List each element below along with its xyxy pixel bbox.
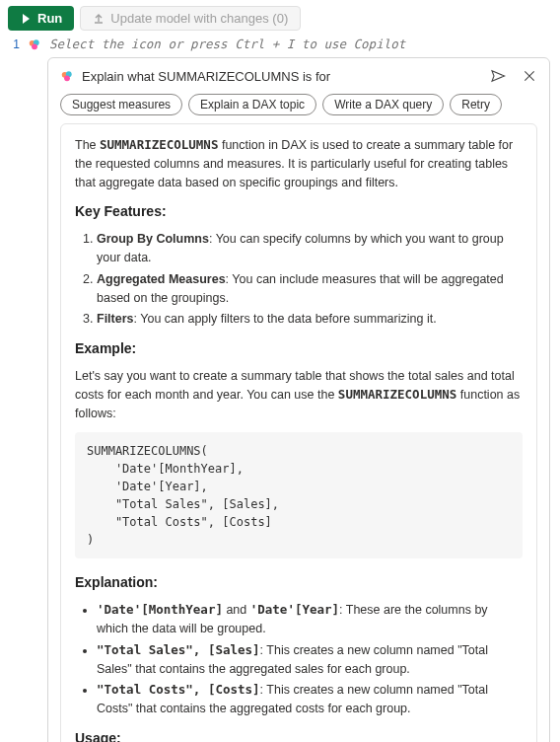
copilot-panel: Suggest measures Explain a DAX topic Wri… (47, 57, 550, 742)
chip-write-dax-query[interactable]: Write a DAX query (322, 94, 444, 115)
explanation-list: 'Date'[MonthYear] and 'Date'[Year]: Thes… (75, 601, 523, 718)
list-item: Aggregated Measures: You can include mea… (97, 270, 523, 308)
close-icon[interactable] (522, 68, 537, 84)
play-icon (20, 13, 32, 25)
example-heading: Example: (75, 338, 523, 359)
list-item: "Total Costs", [Costs]: This creates a n… (97, 681, 523, 718)
list-item: Group By Columns: You can specify column… (97, 230, 523, 267)
update-label: Update model with changes (0) (110, 11, 288, 26)
svg-point-2 (32, 43, 37, 49)
send-icon[interactable] (490, 68, 506, 84)
list-item: 'Date'[MonthYear] and 'Date'[Year]: Thes… (97, 601, 523, 638)
chip-suggest-measures[interactable]: Suggest measures (60, 94, 182, 115)
intro-paragraph: The SUMMARIZECOLUMNS function in DAX is … (75, 136, 523, 191)
query-input[interactable] (82, 69, 482, 84)
line-number: 1 (10, 37, 20, 51)
usage-heading: Usage: (75, 728, 523, 742)
func-name: SUMMARIZECOLUMNS (338, 387, 456, 402)
copilot-input[interactable] (49, 37, 550, 51)
chip-explain-dax-topic[interactable]: Explain a DAX topic (188, 94, 316, 115)
suggestion-chips: Suggest measures Explain a DAX topic Wri… (60, 94, 537, 115)
func-name: SUMMARIZECOLUMNS (100, 137, 218, 152)
list-item: Filters: You can apply filters to the da… (97, 310, 523, 329)
list-item: "Total Sales", [Sales]: This creates a n… (97, 641, 523, 679)
example-paragraph: Let's say you want to create a summary t… (75, 367, 523, 422)
explanation-heading: Explanation: (75, 572, 523, 593)
run-label: Run (37, 11, 62, 26)
code-block: SUMMARIZECOLUMNS( 'Date'[MonthYear], 'Da… (75, 432, 523, 558)
features-list: Group By Columns: You can specify column… (75, 230, 523, 329)
panel-header (60, 68, 537, 84)
update-model-button[interactable]: Update model with changes (0) (80, 6, 301, 31)
editor-row: 1 (0, 33, 560, 57)
response-content: The SUMMARIZECOLUMNS function in DAX is … (60, 123, 537, 742)
toolbar: Run Update model with changes (0) (0, 0, 560, 33)
copilot-icon (60, 69, 74, 83)
chip-retry[interactable]: Retry (450, 94, 502, 115)
features-heading: Key Features: (75, 201, 523, 222)
run-button[interactable]: Run (8, 6, 74, 31)
upload-icon (93, 13, 105, 25)
copilot-icon[interactable] (28, 37, 41, 51)
svg-point-5 (64, 75, 70, 81)
